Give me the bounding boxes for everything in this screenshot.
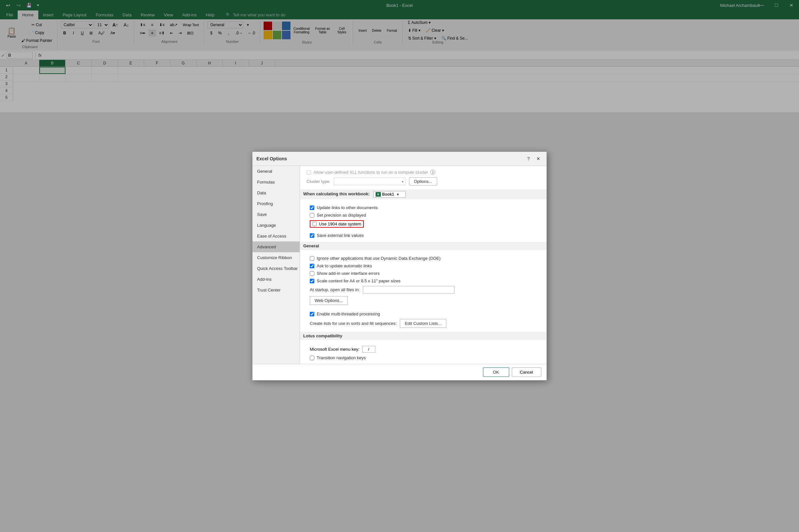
modal-overlay: Excel Options ? ✕ General Formulas Data … xyxy=(0,0,799,112)
